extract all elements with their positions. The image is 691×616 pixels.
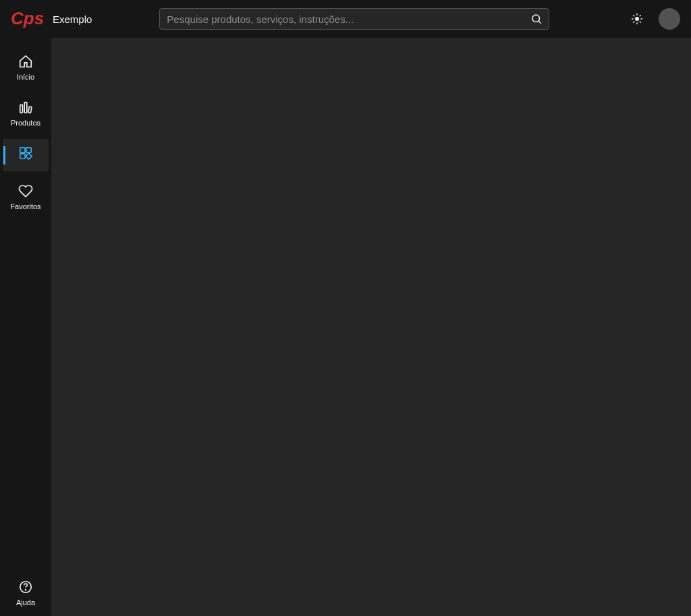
svg-line-10 [634,22,634,22]
help-icon [18,580,33,594]
sidebar-label-ajuda: Ajuda [16,598,35,607]
content-area [51,38,691,616]
svg-line-11 [640,16,640,16]
sidebar-item-inicio[interactable]: Início [3,47,49,88]
svg-text:Cps: Cps [11,9,43,28]
sidebar-item-ajuda[interactable]: Ajuda [3,573,49,613]
sidebar-item-apps[interactable] [3,139,49,171]
sidebar-label-favoritos: Favoritos [10,202,40,211]
sidebar-spacer [0,220,51,570]
svg-point-3 [635,17,639,21]
svg-line-6 [634,16,634,16]
svg-point-19 [26,590,26,590]
avatar[interactable] [659,8,680,30]
svg-rect-12 [20,105,23,113]
heart-icon [18,184,33,198]
cps-logo-icon: Cps [11,9,43,28]
sidebar-label-produtos: Produtos [11,119,40,127]
search-input[interactable] [159,8,549,30]
apps-icon [18,146,33,161]
products-icon [18,100,33,115]
svg-rect-13 [24,103,27,113]
sidebar: Início Produtos Favoritos [0,38,51,616]
main: Início Produtos Favoritos [0,38,691,616]
brand-name: Exemplo [53,13,92,25]
svg-rect-17 [20,154,25,159]
theme-toggle-button[interactable] [629,11,645,27]
svg-rect-16 [26,148,31,152]
sun-icon [631,13,643,25]
svg-rect-15 [20,148,25,152]
sidebar-item-favoritos[interactable]: Favoritos [3,177,49,217]
svg-line-7 [640,22,640,22]
header-right [629,8,680,30]
search-container [159,8,549,30]
sidebar-item-produtos[interactable]: Produtos [3,93,49,134]
sidebar-label-inicio: Início [17,73,34,81]
home-icon [18,54,33,69]
svg-rect-14 [28,107,32,113]
logo[interactable]: Cps [11,9,43,28]
header: Cps Exemplo [0,0,691,38]
